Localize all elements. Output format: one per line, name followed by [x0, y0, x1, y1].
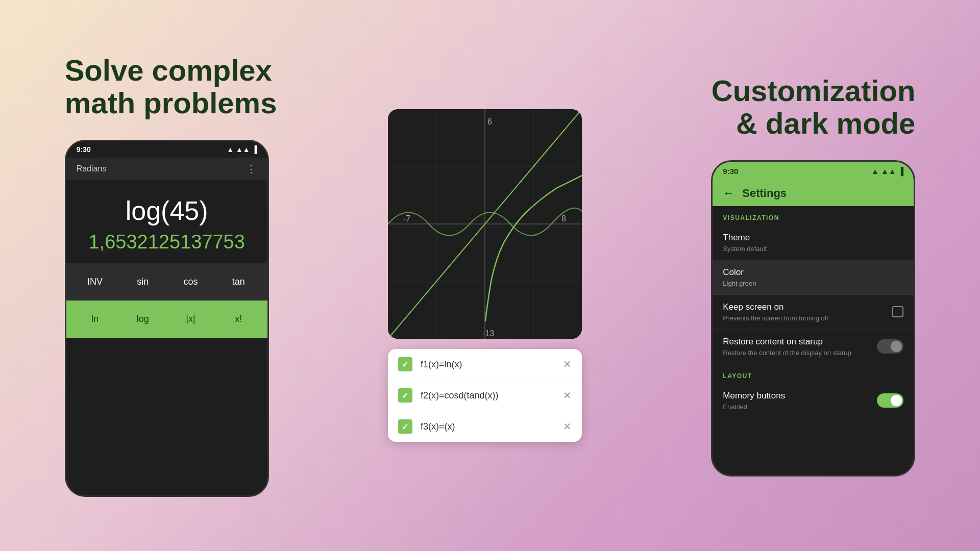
calc-keypad-bottom: ln log |x| x!	[66, 300, 267, 338]
function-item-2: ✓ f2(x)=cosd(tand(x)) ✕	[388, 380, 582, 411]
key-log[interactable]: log	[119, 306, 166, 333]
checkmark-f2: ✓	[402, 391, 408, 400]
checkbox-f1[interactable]: ✓	[398, 357, 412, 371]
calc-expression: log(45)	[77, 195, 257, 226]
status-bar-right: 9:30 ▲ ▲▲ ▐	[713, 162, 914, 181]
theme-label: Theme	[723, 233, 903, 243]
center-section: 6 8 -7 -13 ✓	[378, 109, 592, 442]
headline-line2: math problems	[65, 87, 277, 119]
function-item-1: ✓ f1(x)=ln(x) ✕	[388, 349, 582, 380]
graph-svg: 6 8 -7 -13	[388, 109, 582, 339]
calc-display: log(45) 1,6532125137753	[66, 180, 267, 263]
svg-text:6: 6	[487, 117, 492, 126]
function-list: ✓ f1(x)=ln(x) ✕ ✓ f2(x)=cosd(tand(x)) ✕ …	[388, 349, 582, 442]
function-text-f1: f1(x)=ln(x)	[421, 359, 555, 370]
svg-text:-7: -7	[403, 214, 410, 223]
keep-screen-label: Keep screen on	[723, 302, 892, 312]
restore-left: Restore content on starup Restore the co…	[723, 337, 877, 357]
key-sin[interactable]: sin	[119, 268, 166, 295]
key-factorial[interactable]: x!	[215, 306, 262, 333]
keep-screen-desc: Prevents the screen from turning off	[723, 314, 892, 322]
checkmark-f1: ✓	[402, 360, 408, 369]
status-icons-right: ▲ ▲▲ ▐	[871, 167, 903, 176]
restore-desc: Restore the content of the display on st…	[723, 349, 877, 357]
settings-header: ← Settings	[713, 181, 914, 206]
status-time-right: 9:30	[723, 167, 738, 176]
close-f3[interactable]: ✕	[563, 420, 572, 433]
color-value: Light green	[723, 280, 903, 287]
headline-line1: Solve complex	[65, 54, 277, 87]
memory-value: Enabled	[723, 403, 877, 411]
svg-text:-13: -13	[482, 329, 494, 338]
battery-icon: ▐	[252, 145, 257, 154]
status-icons-left: ▲ ▲▲ ▐	[227, 145, 257, 154]
settings-body: VISUALIZATION Theme System default Color…	[713, 206, 914, 418]
theme-item[interactable]: Theme System default	[713, 226, 914, 260]
toolbar-label: Radians	[77, 164, 107, 173]
memory-label: Memory buttons	[723, 391, 877, 401]
keep-screen-item[interactable]: Keep screen on Prevents the screen from …	[713, 295, 914, 330]
restore-item[interactable]: Restore content on starup Restore the co…	[713, 330, 914, 364]
checkbox-f2[interactable]: ✓	[398, 388, 412, 403]
graph-container: 6 8 -7 -13	[388, 109, 582, 339]
key-abs[interactable]: |x|	[167, 306, 214, 333]
wifi-icon-right: ▲	[871, 167, 879, 176]
signal-icon-right: ▲▲	[881, 167, 896, 176]
key-cos[interactable]: cos	[167, 268, 214, 295]
menu-dots[interactable]: ⋮	[246, 163, 257, 175]
key-inv[interactable]: INV	[71, 268, 119, 295]
color-label: Color	[723, 267, 903, 278]
right-headline: Customization & dark mode	[712, 74, 916, 140]
phone-right: 9:30 ▲ ▲▲ ▐ ← Settings VISUALIZATION The…	[711, 160, 915, 477]
memory-toggle[interactable]	[877, 393, 903, 408]
theme-value: System default	[723, 245, 903, 253]
checkbox-f3[interactable]: ✓	[398, 419, 412, 434]
function-item-3: ✓ f3(x)=(x) ✕	[388, 411, 582, 442]
back-arrow-icon[interactable]: ←	[723, 187, 734, 200]
function-text-f2: f2(x)=cosd(tand(x))	[421, 390, 555, 401]
left-headline: Solve complex math problems	[65, 54, 277, 119]
checkmark-f3: ✓	[402, 422, 408, 432]
close-f2[interactable]: ✕	[563, 389, 572, 402]
settings-title: Settings	[742, 187, 787, 200]
right-section: Customization & dark mode 9:30 ▲ ▲▲ ▐ ← …	[660, 74, 915, 477]
close-f1[interactable]: ✕	[563, 358, 572, 370]
keep-screen-left: Keep screen on Prevents the screen from …	[723, 302, 892, 322]
battery-icon-right: ▐	[898, 167, 904, 176]
phone-left: 9:30 ▲ ▲▲ ▐ Radians ⋮ log(45) 1,65321251…	[65, 140, 269, 497]
restore-toggle[interactable]	[877, 339, 903, 354]
left-section: Solve complex math problems 9:30 ▲ ▲▲ ▐ …	[65, 54, 310, 497]
keep-screen-checkbox[interactable]	[892, 306, 903, 317]
status-bar-left: 9:30 ▲ ▲▲ ▐	[66, 141, 267, 158]
memory-item[interactable]: Memory buttons Enabled	[713, 384, 914, 418]
calc-keypad-top: INV sin cos tan	[66, 263, 267, 300]
status-time-left: 9:30	[77, 145, 91, 154]
signal-icon: ▲▲	[236, 145, 250, 154]
headline-right-line2: & dark mode	[712, 107, 916, 140]
calc-result: 1,6532125137753	[77, 231, 257, 253]
wifi-icon: ▲	[227, 145, 234, 154]
memory-left: Memory buttons Enabled	[723, 391, 877, 411]
function-text-f3: f3(x)=(x)	[421, 421, 555, 432]
key-ln[interactable]: ln	[71, 306, 119, 333]
main-container: Solve complex math problems 9:30 ▲ ▲▲ ▐ …	[0, 0, 980, 551]
headline-right-line1: Customization	[712, 74, 916, 107]
restore-label: Restore content on starup	[723, 337, 877, 347]
svg-text:8: 8	[561, 214, 566, 223]
section-layout-label: Layout	[713, 364, 914, 384]
key-tan[interactable]: tan	[215, 268, 262, 295]
phone-toolbar: Radians ⋮	[66, 158, 267, 180]
section-visualization-label: VISUALIZATION	[713, 206, 914, 226]
color-item[interactable]: Color Light green	[713, 260, 914, 295]
